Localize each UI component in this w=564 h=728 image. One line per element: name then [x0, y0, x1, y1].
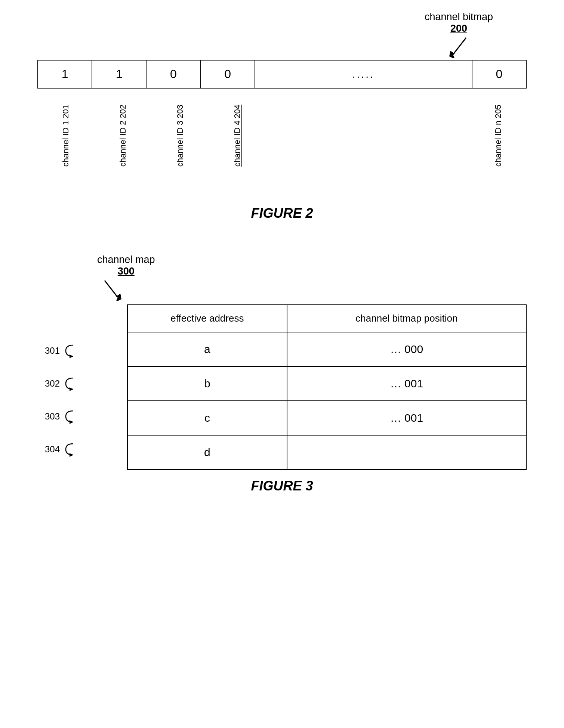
- row-label-304: 304: [45, 444, 60, 455]
- channel-label-dots: [266, 101, 469, 167]
- map-cell-addr-303: c: [127, 401, 287, 435]
- map-header-addr: effective address: [127, 305, 287, 332]
- bracket-302-icon: [62, 376, 77, 391]
- row-label-302-item: 302: [45, 367, 77, 400]
- figure3-caption: FIGURE 3: [22, 478, 542, 494]
- bitmap-table-wrapper: 1 1 0 0 ..... 0: [37, 60, 527, 89]
- channel-map-ref: 300: [97, 266, 155, 277]
- map-cell-addr-304: d: [127, 435, 287, 470]
- map-cell-addr-302: b: [127, 366, 287, 401]
- map-cell-addr-301: a: [127, 332, 287, 366]
- row-label-301-item: 301: [45, 334, 77, 367]
- svg-marker-7: [70, 387, 73, 391]
- bracket-303-icon: [62, 409, 77, 424]
- row-labels: 301 302 303 304: [45, 334, 77, 466]
- map-header-pos: channel bitmap position: [287, 305, 526, 332]
- channel-label-1: channel ID 1 201: [37, 101, 95, 167]
- map-table: effective address channel bitmap positio…: [127, 304, 527, 470]
- row-label-304-item: 304: [45, 433, 77, 466]
- bitmap-cell-last: 0: [472, 60, 526, 88]
- row-label-303: 303: [45, 411, 60, 422]
- channel-bitmap-ref: 200: [425, 23, 493, 34]
- map-cell-pos-302: … 001: [287, 366, 526, 401]
- channel-label-3: channel ID 3 203: [151, 101, 209, 167]
- bitmap-cell-3: 0: [201, 60, 255, 88]
- bitmap-cell-2: 0: [146, 60, 200, 88]
- svg-marker-9: [70, 453, 73, 457]
- bracket-301-icon: [62, 343, 77, 358]
- bitmap-cell-0: 1: [38, 60, 92, 88]
- arrow-down-left-icon: [447, 36, 470, 58]
- map-row-301: a … 000: [127, 332, 526, 366]
- svg-marker-8: [70, 420, 73, 424]
- bitmap-cell-1: 1: [92, 60, 146, 88]
- channel-label-n: channel ID n 205: [469, 101, 527, 167]
- map-cell-pos-303: … 001: [287, 401, 526, 435]
- row-label-302: 302: [45, 378, 60, 389]
- svg-line-3: [105, 281, 118, 297]
- channel-id-labels: channel ID 1 201 channel ID 2 202 channe…: [37, 101, 527, 167]
- svg-marker-6: [70, 354, 73, 358]
- arrow-down-right-icon: [101, 279, 123, 301]
- channel-label-2: channel ID 2 202: [95, 101, 152, 167]
- map-row-303: c … 001: [127, 401, 526, 435]
- map-table-wrapper: effective address channel bitmap positio…: [127, 304, 527, 470]
- channel-label-4: channel ID 4 204: [209, 101, 266, 167]
- channel-map-label: channel map: [97, 254, 155, 266]
- bitmap-table: 1 1 0 0 ..... 0: [37, 60, 527, 89]
- map-row-302: b … 001: [127, 366, 526, 401]
- map-row-304: d: [127, 435, 526, 470]
- figure2-caption: FIGURE 2: [22, 205, 542, 221]
- row-label-303-item: 303: [45, 400, 77, 433]
- bracket-304-icon: [62, 442, 77, 457]
- bitmap-cell-dots: .....: [255, 60, 472, 88]
- map-cell-pos-301: … 000: [287, 332, 526, 366]
- map-cell-pos-304: [287, 435, 526, 470]
- row-label-301: 301: [45, 346, 60, 356]
- channel-bitmap-label: channel bitmap: [425, 11, 493, 23]
- svg-line-0: [453, 38, 466, 55]
